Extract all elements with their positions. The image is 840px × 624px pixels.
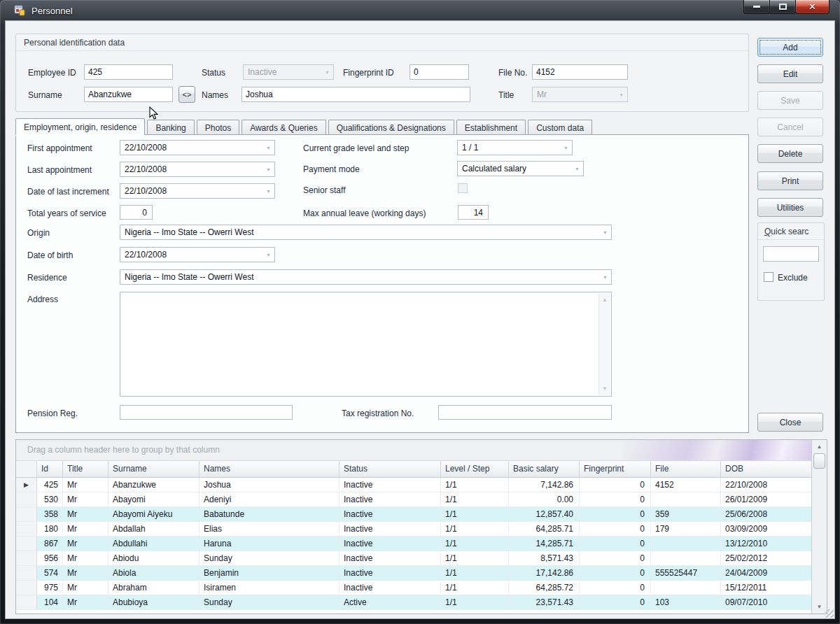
cell-surname[interactable]: Abayomi xyxy=(108,492,200,506)
delete-button[interactable]: Delete xyxy=(757,144,823,163)
first-appointment-combo[interactable]: 22/10/2008 ▼ xyxy=(120,140,275,155)
cancel-button[interactable]: Cancel xyxy=(757,118,823,136)
cell-surname[interactable]: Abanzukwe xyxy=(108,478,200,492)
table-row[interactable]: 574MrAbiolaBenjaminInactive1/117,142.860… xyxy=(16,566,811,581)
tab-awards-queries[interactable]: Awards & Queries xyxy=(241,120,326,135)
cell-file[interactable]: 555525447 xyxy=(651,566,721,580)
focused-row-indicator-icon[interactable]: ▶ xyxy=(16,478,37,492)
cell-id[interactable]: 425 xyxy=(37,478,63,492)
cell-dob[interactable]: 24/04/2009 xyxy=(721,566,811,580)
utilities-button[interactable]: Utilities xyxy=(757,198,823,217)
cell-basic-salary[interactable]: 14,285.71 xyxy=(509,537,580,551)
scroll-up-icon[interactable]: ▲ xyxy=(599,294,610,306)
cell-names[interactable]: Adeniyi xyxy=(200,492,340,506)
cell-fingerprint[interactable]: 0 xyxy=(580,522,651,536)
address-scrollbar[interactable]: ▲ ▼ xyxy=(598,293,610,395)
cell-level-step[interactable]: 1/1 xyxy=(441,507,509,521)
cell-file[interactable] xyxy=(651,551,721,565)
column-header-surname[interactable]: Surname xyxy=(108,461,200,477)
names-input[interactable] xyxy=(241,87,470,102)
maximize-button[interactable] xyxy=(769,0,796,14)
cell-status[interactable]: Inactive xyxy=(340,507,441,521)
cell-status[interactable]: Inactive xyxy=(340,537,441,551)
cell-id[interactable]: 574 xyxy=(37,566,63,580)
cell-surname[interactable]: Abdullahi xyxy=(108,537,200,551)
close-button[interactable]: Close xyxy=(757,413,823,432)
cell-basic-salary[interactable]: 23,571.43 xyxy=(509,595,580,609)
cell-level-step[interactable]: 1/1 xyxy=(441,551,509,565)
origin-combo[interactable]: Nigeria -- Imo State -- Owerri West ▼ xyxy=(120,225,612,240)
scroll-up-icon[interactable]: ▲ xyxy=(812,441,827,453)
cell-file[interactable] xyxy=(651,537,721,551)
cell-dob[interactable]: 25/02/2012 xyxy=(721,551,811,565)
cell-level-step[interactable]: 1/1 xyxy=(441,537,509,551)
column-header-names[interactable]: Names xyxy=(200,461,340,477)
cell-surname[interactable]: Abiola xyxy=(108,566,200,580)
scroll-down-icon[interactable]: ▼ xyxy=(599,383,610,395)
minimize-button[interactable] xyxy=(743,0,770,14)
cell-title[interactable]: Mr xyxy=(63,581,108,595)
residence-combo[interactable]: Nigeria -- Imo State -- Owerri West ▼ xyxy=(120,269,612,285)
cell-status[interactable]: Inactive xyxy=(340,566,441,580)
table-row[interactable]: 530MrAbayomiAdeniyiInactive1/10.00026/01… xyxy=(16,492,811,507)
row-indicator[interactable] xyxy=(16,522,37,536)
cell-status[interactable]: Inactive xyxy=(340,551,441,565)
edit-button[interactable]: Edit xyxy=(757,64,823,83)
cell-surname[interactable]: Abdallah xyxy=(108,522,200,536)
cell-level-step[interactable]: 1/1 xyxy=(441,566,509,580)
cell-basic-salary[interactable]: 64,285.72 xyxy=(509,581,580,595)
cell-surname[interactable]: Abraham xyxy=(108,581,200,595)
cell-names[interactable]: Joshua xyxy=(200,478,340,492)
table-row[interactable]: 956MrAbioduSundayInactive1/18,571.43025/… xyxy=(16,551,811,566)
cell-fingerprint[interactable]: 0 xyxy=(580,492,651,506)
cell-id[interactable]: 975 xyxy=(37,581,63,595)
date-of-birth-combo[interactable]: 22/10/2008 ▼ xyxy=(120,247,275,262)
tab-employment-origin-residence[interactable]: Employment, origin, residence xyxy=(15,118,145,135)
cell-id[interactable]: 867 xyxy=(37,537,63,551)
cell-id[interactable]: 530 xyxy=(37,492,63,506)
cell-surname[interactable]: Abubioya xyxy=(108,595,200,609)
column-header-dob[interactable]: DOB xyxy=(721,461,811,477)
cell-title[interactable]: Mr xyxy=(63,478,108,492)
tab-banking[interactable]: Banking xyxy=(147,120,194,135)
cell-file[interactable]: 359 xyxy=(651,507,721,521)
column-header-status[interactable]: Status xyxy=(340,461,441,477)
cell-id[interactable]: 180 xyxy=(37,522,63,536)
employee-id-input[interactable] xyxy=(84,64,173,80)
row-indicator[interactable] xyxy=(16,507,37,521)
cell-names[interactable]: Benjamin xyxy=(200,566,340,580)
address-textarea[interactable] xyxy=(120,292,611,396)
cell-status[interactable]: Active xyxy=(340,595,441,609)
scroll-thumb[interactable] xyxy=(813,453,825,469)
cell-dob[interactable]: 13/12/2010 xyxy=(721,537,811,551)
cell-names[interactable]: Haruna xyxy=(200,537,340,551)
pension-input[interactable] xyxy=(120,405,293,420)
cell-level-step[interactable]: 1/1 xyxy=(441,522,509,536)
column-header-file[interactable]: File xyxy=(651,461,721,477)
row-indicator[interactable] xyxy=(16,595,37,609)
cell-dob[interactable]: 03/09/2009 xyxy=(721,522,811,536)
row-indicator[interactable] xyxy=(16,492,37,506)
cell-dob[interactable]: 15/12/2011 xyxy=(721,581,811,595)
cell-title[interactable]: Mr xyxy=(63,507,108,521)
scroll-down-icon[interactable]: ▼ xyxy=(812,601,827,613)
cell-dob[interactable]: 25/06/2008 xyxy=(721,507,811,521)
cell-file[interactable] xyxy=(651,581,721,595)
cell-title[interactable]: Mr xyxy=(63,537,108,551)
row-indicator[interactable] xyxy=(16,581,37,595)
cell-fingerprint[interactable]: 0 xyxy=(580,537,651,551)
table-row[interactable]: 867MrAbdullahiHarunaInactive1/114,285.71… xyxy=(16,537,811,551)
cell-surname[interactable]: Abiodu xyxy=(108,551,200,565)
cell-basic-salary[interactable]: 12,857.40 xyxy=(509,507,580,521)
window-close-button[interactable]: ✕ xyxy=(795,0,830,14)
cell-status[interactable]: Inactive xyxy=(340,581,441,595)
grade-combo[interactable]: 1 / 1 ▼ xyxy=(457,140,573,155)
cell-dob[interactable]: 22/10/2008 xyxy=(721,478,811,492)
column-header-title[interactable]: Title xyxy=(63,461,108,477)
tax-registration-input[interactable] xyxy=(438,405,612,420)
row-indicator[interactable] xyxy=(16,551,37,565)
max-leave-input[interactable] xyxy=(458,205,489,220)
cell-file[interactable] xyxy=(651,492,721,506)
table-row[interactable]: ▶425MrAbanzukweJoshuaInactive1/17,142.86… xyxy=(16,478,811,492)
cell-id[interactable]: 956 xyxy=(37,551,63,565)
